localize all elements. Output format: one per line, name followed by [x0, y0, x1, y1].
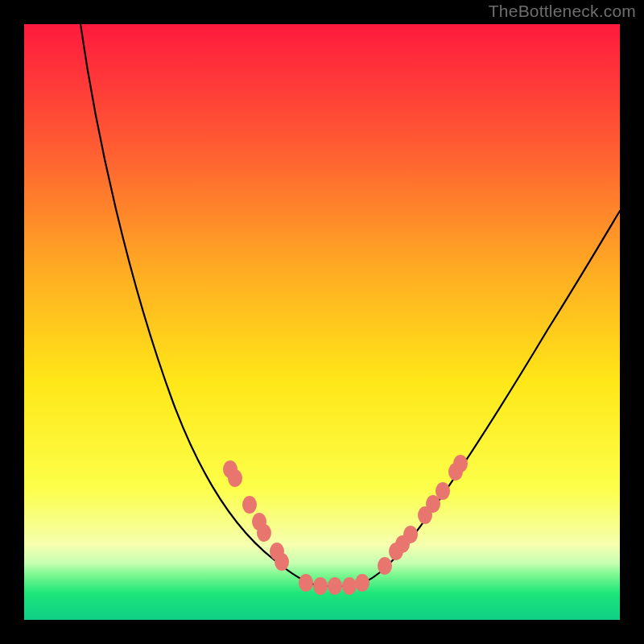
data-marker	[275, 553, 289, 571]
gradient-background	[24, 24, 620, 620]
plot-area	[24, 24, 620, 620]
data-marker	[436, 482, 450, 500]
data-marker	[257, 524, 271, 542]
data-marker	[242, 496, 257, 514]
data-marker	[342, 577, 357, 595]
data-marker	[378, 557, 392, 575]
data-marker	[313, 577, 328, 595]
data-marker	[328, 577, 342, 595]
chart-svg	[24, 24, 620, 620]
chart-frame: TheBottleneck.com	[0, 0, 644, 644]
data-marker	[355, 574, 369, 592]
data-marker	[299, 574, 313, 592]
data-marker	[453, 455, 468, 473]
watermark-text: TheBottleneck.com	[489, 2, 636, 21]
data-marker	[228, 469, 242, 487]
data-marker	[403, 526, 418, 543]
